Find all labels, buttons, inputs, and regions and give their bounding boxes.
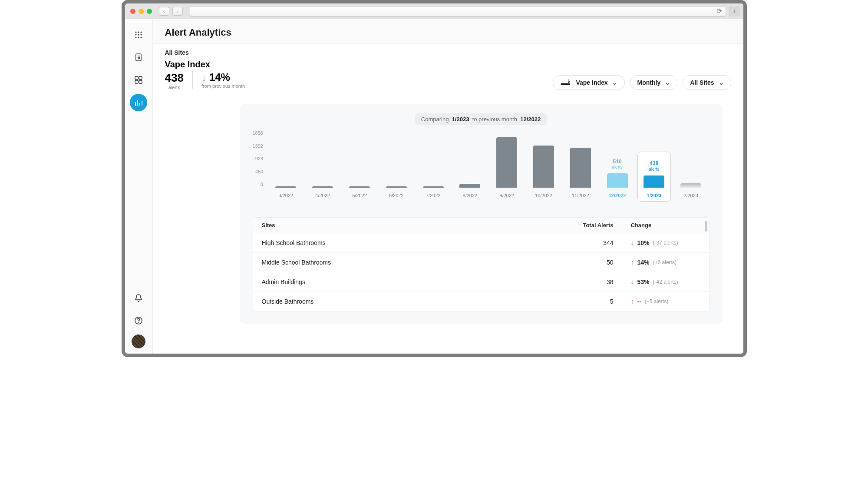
col-header-total[interactable]: ↑ Total Alerts xyxy=(553,222,614,228)
chart-bar[interactable] xyxy=(349,186,370,188)
table-row[interactable]: High School Bathrooms344↓10%(-37 alerts) xyxy=(253,233,709,253)
chart-bar[interactable] xyxy=(570,148,591,188)
arrow-down-icon: ↓ xyxy=(631,239,634,246)
table-row[interactable]: Outside Bathrooms5↑--(+5 alerts) xyxy=(253,292,709,311)
y-tick: 464 xyxy=(255,169,263,174)
help-icon[interactable] xyxy=(130,312,147,329)
sidebar-item-dashboard[interactable] xyxy=(130,71,147,89)
cell-total-alerts: 50 xyxy=(553,259,614,266)
chart-bar[interactable] xyxy=(644,175,664,188)
chart-bar-slot[interactable]: 7/2022 xyxy=(415,186,452,200)
chart-bar-slot[interactable]: 510alerts12/2022 xyxy=(599,159,636,200)
metric-change-sub: from previous month xyxy=(201,83,245,89)
arrow-down-icon: ↓ xyxy=(201,71,207,83)
new-tab-button[interactable]: + xyxy=(729,6,740,17)
y-tick: 0 xyxy=(261,182,263,187)
minimize-window-icon[interactable] xyxy=(139,9,144,14)
col-header-sites[interactable]: Sites xyxy=(262,222,553,228)
chart-bar[interactable] xyxy=(423,186,444,188)
app-grid-icon[interactable] xyxy=(130,26,147,43)
browser-forward-button[interactable]: › xyxy=(172,7,183,16)
chart-bar[interactable] xyxy=(312,186,333,188)
chart-bar[interactable] xyxy=(533,146,554,188)
chart-bar-slot[interactable]: 6/2022 xyxy=(378,186,415,200)
chart-bar-slot[interactable]: 11/2022 xyxy=(562,148,599,200)
filter-period[interactable]: Monthly ⌄ xyxy=(630,75,678,90)
change-pct: -- xyxy=(637,298,641,305)
sort-asc-icon: ↑ xyxy=(578,222,581,228)
filter-metric[interactable]: Vape Index ⌄ xyxy=(553,75,624,90)
svg-point-3 xyxy=(135,34,136,35)
sidebar xyxy=(125,19,153,354)
chart-bar-slot[interactable]: 3/2022 xyxy=(267,186,304,200)
sites-table: Sites ↑ Total Alerts Change High School … xyxy=(253,217,710,311)
avatar[interactable] xyxy=(132,334,145,348)
sidebar-item-analytics[interactable] xyxy=(130,94,147,111)
filter-scope[interactable]: All Sites ⌄ xyxy=(683,75,731,90)
change-delta: (-37 alerts) xyxy=(653,240,678,246)
comparing-previous: 12/2022 xyxy=(520,116,541,122)
page-title: Alert Analytics xyxy=(165,27,731,38)
browser-back-button[interactable]: ‹ xyxy=(159,7,169,16)
chart-bar[interactable] xyxy=(275,186,296,188)
chart-bar-slot[interactable]: 8/2022 xyxy=(452,184,488,200)
chart-bar[interactable] xyxy=(607,173,628,188)
arrow-up-icon: ↑ xyxy=(631,298,634,305)
cell-change: ↓53%(-42 alerts) xyxy=(614,278,700,285)
chart-bar[interactable] xyxy=(680,183,701,188)
table-row[interactable]: Admin Buildings38↓53%(-42 alerts) xyxy=(253,272,709,292)
metric-title: Vape Index xyxy=(165,60,245,70)
vape-icon xyxy=(560,79,571,86)
scrollbar-thumb[interactable] xyxy=(705,221,707,232)
chart-bar-slot[interactable]: 2/2023 xyxy=(673,183,710,200)
maximize-window-icon[interactable] xyxy=(147,9,152,14)
chart-bar-slot[interactable]: 9/2022 xyxy=(488,137,525,200)
chart-bar-slot[interactable]: 10/2022 xyxy=(525,146,562,200)
x-tick-label: 1/2023 xyxy=(647,193,662,200)
chart-bar[interactable] xyxy=(496,137,517,188)
x-tick-label: 4/2022 xyxy=(315,193,330,200)
change-pct: 10% xyxy=(637,239,650,246)
browser-url-bar[interactable]: ⟳ xyxy=(190,6,726,17)
change-delta: (+6 alerts) xyxy=(653,259,677,265)
sidebar-item-logs[interactable] xyxy=(130,49,147,66)
change-pct: 53% xyxy=(637,278,650,285)
table-body: High School Bathrooms344↓10%(-37 alerts)… xyxy=(253,233,709,311)
svg-rect-12 xyxy=(135,80,138,83)
breadcrumb[interactable]: All Sites xyxy=(165,49,245,56)
arrow-up-icon: ↑ xyxy=(631,259,634,266)
metric-change-pct: 14% xyxy=(209,71,230,83)
filter-scope-label: All Sites xyxy=(690,79,714,86)
chart-bar-slot[interactable]: 5/2022 xyxy=(341,186,378,200)
chart-bars: 3/20224/20225/20226/20227/20228/20229/20… xyxy=(267,130,710,200)
svg-rect-13 xyxy=(139,80,142,83)
chart-bar[interactable] xyxy=(386,186,407,188)
filter-metric-label: Vape Index xyxy=(576,79,607,86)
notifications-icon[interactable] xyxy=(130,289,147,307)
app-shell: Alert Analytics All Sites Vape Index 438… xyxy=(125,19,743,354)
chart-bar-slot[interactable]: 438alerts1/2023 xyxy=(636,160,673,200)
bar-callout: 510alerts xyxy=(612,159,622,170)
table-row[interactable]: Middle School Bathrooms50↑14%(+6 alerts) xyxy=(253,253,709,272)
svg-point-15 xyxy=(138,322,139,323)
chart-bar[interactable] xyxy=(459,184,480,188)
metric-value: 438 xyxy=(165,71,184,85)
cell-total-alerts: 344 xyxy=(553,239,614,246)
svg-point-7 xyxy=(138,36,139,38)
filter-bar: Vape Index ⌄ Monthly ⌄ All Sites ⌄ xyxy=(553,75,731,90)
svg-rect-10 xyxy=(135,76,138,79)
sub-header: All Sites Vape Index 438 alerts ↓ 14% xyxy=(153,44,743,93)
cell-change: ↑--(+5 alerts) xyxy=(614,298,700,305)
close-window-icon[interactable] xyxy=(130,9,135,14)
reload-icon[interactable]: ⟳ xyxy=(716,7,722,15)
comparing-mid: to previous month xyxy=(472,116,517,122)
col-header-change[interactable]: Change xyxy=(614,222,700,228)
svg-rect-11 xyxy=(139,76,142,79)
svg-point-4 xyxy=(138,34,139,35)
comparing-badge: Comparing 1/2023 to previous month 12/20… xyxy=(415,113,547,125)
main-content: Alert Analytics All Sites Vape Index 438… xyxy=(153,19,743,354)
chart-bar-slot[interactable]: 4/2022 xyxy=(304,186,341,200)
chart-card: Comparing 1/2023 to previous month 12/20… xyxy=(240,104,723,324)
arrow-down-icon: ↓ xyxy=(631,278,634,285)
y-tick: 928 xyxy=(255,156,263,161)
